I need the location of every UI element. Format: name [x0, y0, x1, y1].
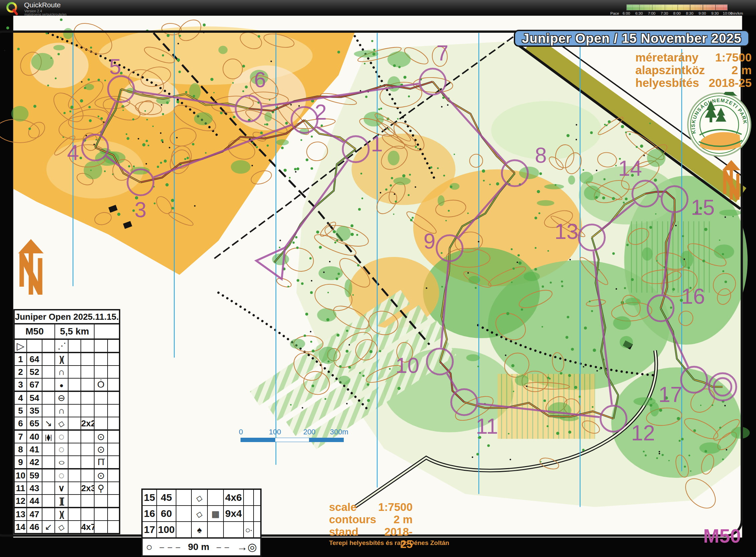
desc-symbol-bend: ◇ — [195, 509, 204, 519]
desc-row: 1347)( — [14, 507, 120, 521]
desc-symbol-circle-tick: ⚲ — [97, 483, 104, 494]
desc-symbol-circle-dot-top: Ȯ — [97, 379, 104, 390]
desc-symbol-grid: ▦ — [211, 509, 220, 519]
info-label: alapszintköz — [635, 64, 705, 77]
start-symbol: ▷ — [17, 341, 24, 352]
control-number-1: 1 — [371, 132, 383, 156]
desc-row: 164)( — [14, 353, 120, 365]
desc-row: 1244][ — [14, 495, 120, 507]
scale-tick: 300m — [330, 428, 348, 436]
desc-row: 942○Π̇ — [14, 456, 120, 469]
desc-row: 535∩ — [14, 404, 120, 417]
desc-row: 1545◇4x6 — [142, 489, 261, 505]
control-number-9: 9 — [424, 229, 435, 253]
desc-length: 5,5 km — [55, 324, 94, 339]
desc-symbol-circle-dot-low: ⊙ — [97, 432, 104, 442]
desc-symbol-between: |⧫| — [45, 433, 52, 441]
control-number-14: 14 — [618, 156, 642, 180]
north-arrow-icon — [15, 238, 47, 297]
control-number-5: 5 — [109, 55, 121, 79]
control-number-6: 6 — [254, 68, 266, 92]
park-logo: KISKUNSÁGI NEMZETI PARK — [687, 92, 752, 157]
desc-symbol-ellipse: ○ — [58, 458, 65, 467]
scale-tick: 100 — [269, 428, 281, 436]
pace-label: Pace — [610, 11, 619, 16]
pace-tick: 6:00 — [623, 11, 630, 16]
pace-tick: 10:00 — [723, 11, 733, 16]
app-title: QuickRoute — [24, 1, 61, 9]
pace-tick: 7:00 — [648, 11, 656, 16]
desc-symbol-bend: ◇ — [57, 522, 65, 532]
control-number-11: 11 — [476, 414, 498, 438]
control-number-12: 12 — [631, 421, 655, 445]
map-viewport[interactable]: 1234567891011121314151617 Juniper Open /… — [0, 16, 756, 557]
desc-symbol-gap: )( — [59, 509, 64, 519]
desc-symbol-circle-dot-low: ⊙ — [97, 470, 104, 481]
desc-symbol-arrow-se: ↘ — [45, 418, 52, 428]
pace-tick: 8:00 — [673, 11, 681, 16]
desc-symbol-bend: ◇ — [195, 493, 204, 503]
desc-row: 1059◌⊙ — [14, 469, 120, 482]
map-info-box: méretarány1:7500 alapszintköz2 m helyesb… — [635, 51, 752, 89]
desc-symbol-circle-dot-right: ○· — [245, 525, 252, 535]
desc-symbol-tree: ♠ — [197, 525, 202, 535]
desc-row: 1446↙◇4x7 — [14, 521, 120, 534]
desc-symbol-knoll: ● — [59, 382, 63, 389]
desc-row: 252∩ — [14, 365, 120, 378]
info-value: 1:7500 — [709, 51, 752, 64]
desc-symbol-copse: ◌ — [58, 470, 64, 481]
desc-symbol-pit: ∨ — [58, 483, 65, 493]
desc-symbol-ruin-dot: Π̇ — [97, 457, 104, 467]
desc-row: 841◌⊙ — [14, 443, 120, 456]
desc-symbol-copse: ◌ — [58, 444, 64, 455]
quickroute-logo-icon — [5, 1, 19, 16]
desc-row: ▷⋰ — [14, 339, 120, 353]
desc-row: 1660◇▦9x4 — [142, 505, 261, 522]
course-class-label: M50 — [703, 525, 741, 547]
pace-tick: 9:30 — [711, 11, 719, 16]
pace-tick: 8:30 — [686, 11, 693, 16]
pace-tick: 9:00 — [699, 11, 706, 16]
control-number-7: 7 — [436, 41, 449, 65]
event-banner: Juniper Open / 15 November 2025 — [514, 30, 750, 47]
desc-row: 740|⧫|◌⊙ — [14, 430, 120, 443]
control-number-10: 10 — [396, 353, 419, 378]
control-number-2: 2 — [315, 100, 327, 124]
scale-tick: 0 — [239, 428, 243, 436]
scale-bar: 0 100 200 300m — [239, 428, 343, 446]
desc-row: 665↘◇2x2 — [14, 417, 120, 430]
desc-symbol-hill: ∩ — [58, 367, 65, 377]
control-number-8: 8 — [535, 143, 547, 167]
map-credit: Terepi helyesbítés és rajz: Dénes Zoltán — [329, 539, 449, 547]
desc-row: 367●Ȯ — [14, 378, 120, 391]
desc-symbol-copse: ◌ — [58, 431, 64, 442]
desc-row: 454⊖ — [14, 391, 120, 404]
north-arrow-icon — [718, 160, 744, 201]
desc-title: Juniper Open 2025.11.15. — [14, 310, 120, 324]
desc-row: 17100♠○· — [142, 522, 261, 538]
info-value: 2018-25 — [709, 77, 752, 89]
desc-symbol-circle-dot-low: ⊙ — [97, 444, 104, 455]
control-descriptions: Juniper Open 2025.11.15.M50 5,5 km ▷⋰164… — [13, 309, 120, 534]
desc-symbol-depression: ⊖ — [58, 393, 65, 403]
control-number-13: 13 — [554, 219, 578, 243]
pace-unit: min/km — [731, 11, 743, 16]
pace-legend: Pace min/km 6:006:307:007:308:008:309:00… — [626, 4, 728, 16]
control-number-17: 17 — [659, 383, 682, 407]
desc-symbol-gap: )( — [59, 354, 64, 364]
info-label: méretarány — [635, 51, 705, 64]
finish-distance: 90 m — [188, 541, 209, 552]
control-number-15: 15 — [691, 196, 715, 219]
app-header: QuickRoute Version 2.4 matstroeng.se/qui… — [0, 0, 756, 16]
info-label: helyesbítés — [635, 77, 705, 89]
control-number-16: 16 — [681, 284, 705, 309]
control-descriptions-extra: 1545◇4x61660◇▦9x417100♠○· ○– – – 90 m – … — [141, 489, 262, 557]
control-number-3: 3 — [134, 198, 147, 222]
desc-symbol-bend: ◇ — [57, 418, 65, 429]
desc-symbol-dotted-path: ⋰ — [58, 341, 65, 351]
desc-row: 1143∨2x3⚲ — [14, 482, 120, 495]
scale-tick: 200 — [303, 428, 316, 436]
info-value: 2 m — [709, 64, 752, 77]
finish-leg-row: ○– – – 90 m – –→◎ — [143, 540, 260, 553]
pace-tick: 7:30 — [661, 11, 668, 16]
